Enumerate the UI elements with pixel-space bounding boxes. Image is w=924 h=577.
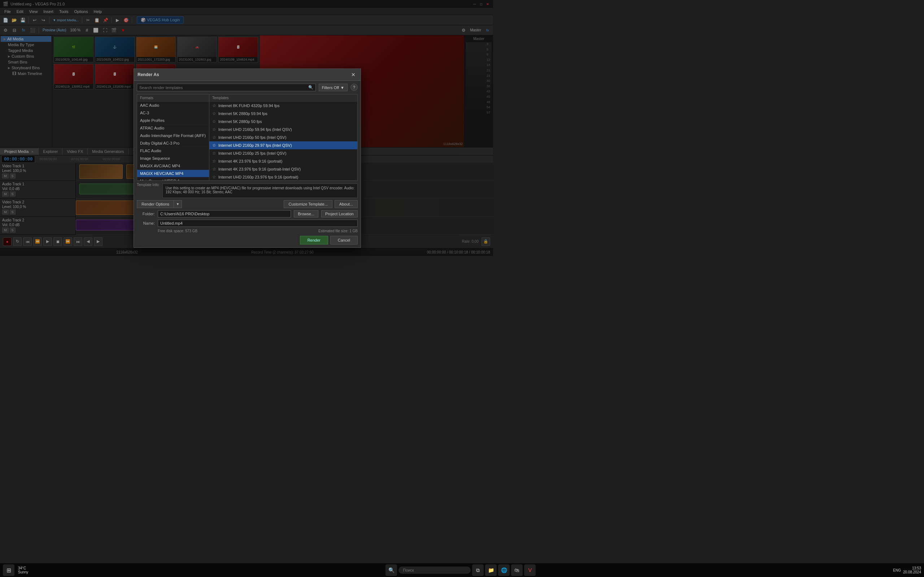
customize-template-button[interactable]: Customize Template... bbox=[284, 200, 333, 208]
template-uhd-25-qsv[interactable]: ☆Internet UHD 2160p 25 fps (Intel QSV) bbox=[209, 149, 357, 157]
template-info-row: Template Info: Use this setting to creat… bbox=[137, 182, 358, 198]
star-uhd-50[interactable]: ☆ bbox=[212, 135, 216, 140]
folder-path-input[interactable] bbox=[158, 210, 291, 218]
template-info-label: Template Info: bbox=[137, 183, 160, 187]
filter-label: Filters Off bbox=[322, 85, 339, 90]
cancel-button[interactable]: Cancel bbox=[330, 236, 358, 245]
render-dialog-body: 🔍 Filters Off ▼ ? Formats AAC Audio AC-3… bbox=[134, 81, 360, 247]
render-options-arrow-button[interactable]: ▼ bbox=[174, 200, 182, 208]
search-box: 🔍 bbox=[137, 84, 316, 91]
format-magix-hevc[interactable]: MAGIX HEVC/AAC MP4 bbox=[137, 170, 209, 177]
formats-header-label: Formats bbox=[140, 96, 153, 100]
template-5k-50[interactable]: ☆Internet 5K 2880p 50 fps bbox=[209, 118, 357, 126]
template-4k-portrait-qsv[interactable]: ☆Internet 4K 23.976 fps 9:16 (portrait-I… bbox=[209, 165, 357, 173]
name-label: Name: bbox=[137, 221, 155, 226]
template-uhd-2997-qsv[interactable]: ☆Internet UHD 2160p 29.97 fps (Intel QSV… bbox=[209, 141, 357, 149]
file-size-label: Estimated file size: 1 GB bbox=[318, 229, 358, 233]
help-button[interactable]: ? bbox=[351, 84, 358, 91]
project-location-button[interactable]: Project Location bbox=[321, 210, 358, 218]
disk-row: Free disk space: 573 GB Estimated file s… bbox=[137, 229, 358, 233]
template-4k-portrait[interactable]: ☆Internet 4K 23.976 fps 9:16 (portrait) bbox=[209, 157, 357, 165]
template-5k-59[interactable]: ☆Internet 5K 2880p 59.94 fps bbox=[209, 110, 357, 118]
render-top-row: 🔍 Filters Off ▼ ? bbox=[137, 84, 358, 91]
format-atrac[interactable]: ATRAC Audio bbox=[137, 124, 209, 132]
render-dialog-title-text: Render As bbox=[137, 72, 159, 77]
search-render-templates-input[interactable] bbox=[139, 85, 308, 90]
templates-header-label: Templates bbox=[212, 96, 229, 100]
filename-input[interactable] bbox=[158, 220, 358, 227]
render-actions: Render Options ▼ Customize Template... A… bbox=[137, 200, 358, 208]
star-uhd-59[interactable]: ☆ bbox=[212, 127, 216, 132]
format-flac[interactable]: FLAC Audio bbox=[137, 147, 209, 155]
format-ac3[interactable]: AC-3 bbox=[137, 109, 209, 117]
formats-panel: Formats AAC Audio AC-3 Apple ProRes ATRA… bbox=[137, 95, 209, 180]
star-4k-portrait[interactable]: ☆ bbox=[212, 159, 216, 164]
template-uhd-portrait[interactable]: ☆Internet UHD 2160p 23.976 fps 9:16 (por… bbox=[209, 173, 357, 180]
star-uhd-25[interactable]: ☆ bbox=[212, 151, 216, 156]
folder-row: Folder: Browse... Project Location bbox=[137, 210, 358, 218]
template-info-content: Use this setting to create an MP4 (HEVC/… bbox=[166, 186, 354, 194]
render-options-button[interactable]: Render Options bbox=[137, 200, 174, 208]
disk-space-label: Free disk space: 573 GB bbox=[158, 229, 315, 233]
templates-header: Templates bbox=[209, 95, 357, 102]
format-dolby[interactable]: Dolby Digital AC-3 Pro bbox=[137, 140, 209, 147]
filter-dropdown[interactable]: Filters Off ▼ bbox=[319, 84, 347, 91]
browse-button[interactable]: Browse... bbox=[294, 210, 318, 218]
format-aac[interactable]: AAC Audio bbox=[137, 102, 209, 109]
template-info-text: Use this setting to create an MP4 (HEVC/… bbox=[162, 184, 358, 198]
template-8k[interactable]: ☆Internet 8K FUHD 4320p 59.94 fps bbox=[209, 102, 357, 110]
filter-arrow-icon: ▼ bbox=[340, 85, 344, 90]
star-5k-59[interactable]: ☆ bbox=[212, 111, 216, 116]
star-8k[interactable]: ☆ bbox=[212, 103, 216, 108]
template-uhd-59-qsv[interactable]: ☆Internet UHD 2160p 59.94 fps (Intel QSV… bbox=[209, 126, 357, 134]
about-button[interactable]: About... bbox=[334, 200, 358, 208]
star-uhd-portrait[interactable]: ☆ bbox=[212, 174, 216, 180]
render-footer: Render Cancel bbox=[137, 236, 358, 245]
render-dialog: Render As ✕ 🔍 Filters Off ▼ ? Formats AA… bbox=[134, 69, 361, 248]
format-template-area: Formats AAC Audio AC-3 Apple ProRes ATRA… bbox=[137, 94, 358, 181]
render-options-group: Render Options ▼ bbox=[137, 200, 182, 208]
formats-header: Formats bbox=[137, 95, 209, 102]
format-magix-avc[interactable]: MAGIX AVC/AAC MP4 bbox=[137, 162, 209, 170]
star-uhd-2997[interactable]: ☆ bbox=[212, 143, 216, 148]
star-4k-portrait-qsv[interactable]: ☆ bbox=[212, 167, 216, 172]
template-uhd-50-qsv[interactable]: ☆Internet UHD 2160p 50 fps (Intel QSV) bbox=[209, 134, 357, 141]
format-aiff[interactable]: Audio Interchange File Format (AIFF) bbox=[137, 132, 209, 140]
format-image-seq[interactable]: Image Sequence bbox=[137, 155, 209, 162]
name-row: Name: bbox=[137, 220, 358, 227]
search-icon: 🔍 bbox=[308, 85, 313, 90]
dialog-close-button[interactable]: ✕ bbox=[350, 71, 357, 78]
render-button[interactable]: Render bbox=[300, 236, 328, 245]
star-5k-50[interactable]: ☆ bbox=[212, 119, 216, 124]
templates-panel: Templates ☆Internet 8K FUHD 4320p 59.94 … bbox=[209, 95, 357, 180]
format-apple-prores[interactable]: Apple ProRes bbox=[137, 117, 209, 124]
format-mc-mpeg1[interactable]: MainConcept MPEG-1 bbox=[137, 177, 209, 180]
folder-label: Folder: bbox=[137, 212, 155, 216]
render-dialog-titlebar: Render As ✕ bbox=[134, 69, 360, 81]
